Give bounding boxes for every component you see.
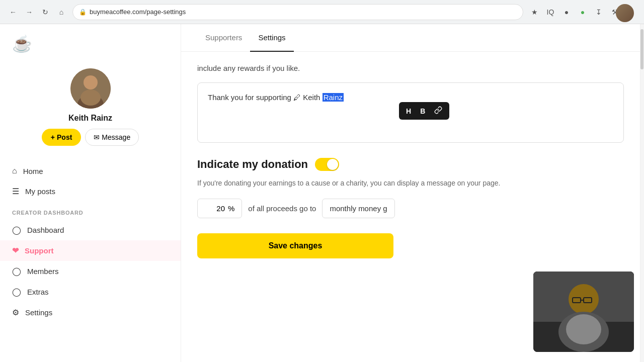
message-icon: ✉: [94, 133, 100, 141]
cause-value: monthly money g: [330, 204, 387, 213]
text-format-toolbar: H B: [399, 102, 449, 120]
extension-button[interactable]: ●: [559, 5, 574, 19]
sidebar-item-dashboard[interactable]: ◯ Dashboard: [0, 220, 181, 240]
editor-highlighted-word: Rainz: [323, 93, 344, 102]
sidebar-item-settings-label: Settings: [25, 308, 52, 317]
proceeds-text: of all proceeds go to: [248, 204, 316, 213]
browser-nav-buttons: ← → ↻ ⌂: [6, 5, 68, 19]
donation-section-title: Indicate my donation: [197, 158, 308, 171]
donation-toggle[interactable]: [315, 158, 339, 171]
editor-text-before: Thank you for supporting 🖊 Keith: [208, 93, 323, 102]
toggle-knob: [327, 159, 338, 170]
green-dot[interactable]: ●: [576, 5, 590, 19]
bold-format-button[interactable]: B: [416, 104, 429, 118]
profile-name: Keith Rainz: [68, 114, 112, 123]
back-button[interactable]: ←: [6, 5, 20, 19]
tab-settings-label: Settings: [258, 33, 285, 42]
iq-button[interactable]: IQ: [543, 5, 557, 19]
webcam-overlay: [533, 272, 634, 352]
members-icon: ◯: [12, 266, 21, 276]
posts-icon: ☰: [12, 187, 19, 196]
extras-icon: ◯: [12, 287, 21, 297]
sidebar-item-support-label: Support: [25, 246, 54, 255]
dashboard-icon: ◯: [12, 225, 21, 235]
url-text: buymeacoffee.com/page-settings: [90, 8, 186, 16]
sidebar: ☕ Keith Rainz + Post ✉ Message: [0, 24, 181, 362]
tab-supporters[interactable]: Supporters: [197, 24, 250, 52]
profile-actions: + Post ✉ Message: [42, 129, 139, 146]
browser-actions: ★ IQ ● ● ↧ ⚒ ⋮: [527, 5, 638, 19]
sidebar-nav: ⌂ Home ☰ My posts CREATOR DASHBOARD ◯ Da…: [0, 156, 181, 328]
lock-icon: 🔒: [79, 9, 87, 16]
sidebar-item-members-label: Members: [27, 267, 59, 276]
post-button[interactable]: + Post: [42, 129, 82, 146]
forward-button[interactable]: →: [22, 5, 36, 19]
scrollbar-thumb[interactable]: [640, 29, 643, 69]
support-icon: ❤: [12, 246, 19, 255]
save-changes-button[interactable]: Save changes: [197, 233, 393, 258]
download-button[interactable]: ↧: [592, 5, 606, 19]
sidebar-item-extras[interactable]: ◯ Extras: [0, 282, 181, 302]
browser-bar: ← → ↻ ⌂ 🔒 buymeacoffee.com/page-settings…: [0, 0, 644, 24]
thank-you-editor[interactable]: Thank you for supporting 🖊 Keith Rainz H…: [197, 82, 624, 143]
creator-dashboard-label: CREATOR DASHBOARD: [0, 202, 181, 220]
sidebar-item-my-posts[interactable]: ☰ My posts: [0, 181, 181, 202]
sidebar-item-dashboard-label: Dashboard: [27, 226, 64, 234]
avatar: [70, 68, 111, 109]
sidebar-item-home[interactable]: ⌂ Home: [0, 161, 181, 181]
tabs: Supporters Settings: [181, 24, 640, 52]
sidebar-item-home-label: Home: [23, 167, 43, 175]
refresh-button[interactable]: ↻: [38, 5, 52, 19]
profile-avatar-top-right[interactable]: [616, 4, 634, 22]
cause-input[interactable]: monthly money g: [322, 199, 394, 218]
star-button[interactable]: ★: [527, 5, 541, 19]
settings-icon: ⚙: [12, 308, 19, 317]
message-label: Message: [102, 133, 130, 141]
percent-value-input[interactable]: [205, 204, 225, 213]
svg-point-11: [566, 314, 601, 344]
message-button[interactable]: ✉ Message: [85, 129, 139, 146]
sidebar-item-settings[interactable]: ⚙ Settings: [0, 302, 181, 323]
coffee-icon: ☕: [12, 35, 32, 53]
post-label: Post: [57, 133, 72, 141]
sidebar-logo: ☕: [0, 34, 181, 63]
sidebar-item-support[interactable]: ❤ Support: [0, 240, 181, 261]
sidebar-item-members[interactable]: ◯ Members: [0, 261, 181, 282]
scrollbar[interactable]: [640, 24, 644, 362]
sidebar-item-my-posts-label: My posts: [25, 187, 55, 196]
donation-section-header: Indicate my donation: [197, 158, 624, 171]
heading-format-button[interactable]: H: [402, 104, 415, 118]
webcam-person: [533, 272, 634, 352]
percent-symbol: %: [228, 204, 234, 213]
plus-icon: +: [51, 133, 55, 141]
tab-supporters-label: Supporters: [205, 33, 242, 42]
svg-point-3: [80, 89, 101, 106]
include-text: include any rewards if you like.: [197, 64, 624, 72]
editor-text: Thank you for supporting 🖊 Keith Rainz: [208, 93, 613, 102]
sidebar-item-extras-label: Extras: [27, 288, 49, 296]
home-icon: ⌂: [12, 166, 17, 175]
percent-input-wrapper[interactable]: %: [197, 199, 242, 218]
tab-settings[interactable]: Settings: [250, 24, 293, 52]
home-button[interactable]: ⌂: [54, 5, 68, 19]
sidebar-profile: Keith Rainz + Post ✉ Message: [0, 63, 181, 156]
content-body: include any rewards if you like. Thank y…: [181, 64, 640, 279]
donation-input-row: % of all proceeds go to monthly money g: [197, 199, 624, 218]
address-bar[interactable]: 🔒 buymeacoffee.com/page-settings: [72, 4, 523, 20]
donation-description: If you're donating your earnings to a ca…: [197, 178, 624, 189]
svg-point-1: [84, 75, 98, 89]
link-format-button[interactable]: [430, 104, 446, 118]
